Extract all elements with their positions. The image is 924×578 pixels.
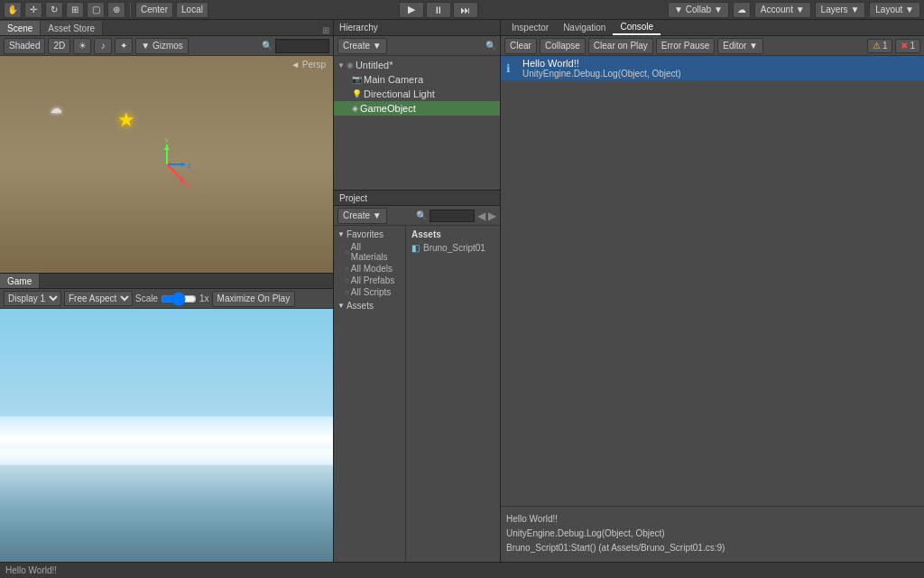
game-toolbar: Display 1 Free Aspect Scale 1x Maximize … <box>0 289 333 309</box>
scene-search-input[interactable] <box>275 39 329 53</box>
error-icon: ✖ <box>901 41 908 51</box>
hierarchy-content: ▼ ◉ Untitled* 📷 Main Camera 💡 Directiona… <box>334 56 500 117</box>
tab-navigation[interactable]: Navigation <box>556 21 613 35</box>
shaded-btn[interactable]: Shaded <box>4 38 45 54</box>
top-toolbar: ✋ ✛ ↻ ⊞ ▢ ⊛ Center Local ▶ ⏸ ⏭ ▼ Collab … <box>0 0 924 20</box>
layers-btn[interactable]: Layers ▼ <box>815 2 866 18</box>
console-log-item-0[interactable]: ℹ Hello World!! UnityEngine.Debug.Log(Ob… <box>501 56 924 80</box>
left-panels: Scene Asset Store ⊞ Shaded 2D ☀ ♪ ✦ ▼ Gi… <box>0 20 334 578</box>
favorites-arrow: ▼ <box>337 230 345 238</box>
main-area: Scene Asset Store ⊞ Shaded 2D ☀ ♪ ✦ ▼ Gi… <box>0 20 924 578</box>
scene-asset-tabs: Scene Asset Store ⊞ <box>0 20 333 36</box>
console-error-pause-btn[interactable]: Error Pause <box>656 38 715 54</box>
project-nav-fwd[interactable]: ▶ <box>488 210 496 222</box>
play-btn[interactable]: ▶ <box>399 2 424 18</box>
search-icon: 🔍 <box>262 41 273 51</box>
move-tool-btn[interactable]: ✛ <box>24 2 42 18</box>
fav-item-models[interactable]: ○ All Models <box>334 263 405 275</box>
maximize-on-play-btn[interactable]: Maximize On Play <box>212 291 296 307</box>
favorites-header: ▼ Favorites <box>334 228 405 241</box>
hand-tool-btn[interactable]: ✋ <box>4 2 22 18</box>
status-message: Hello World!! <box>5 565 57 575</box>
display-select[interactable]: Display 1 <box>4 291 61 306</box>
fav-item-prefabs[interactable]: ○ All Prefabs <box>334 275 405 286</box>
hierarchy-scene-root[interactable]: ▼ ◉ Untitled* <box>334 58 500 72</box>
project-search-icon: 🔍 <box>416 210 427 220</box>
console-log-text-line2: UnityEngine.Debug.Log(Object, Object) <box>522 69 681 79</box>
project-assets: Assets ◧ Bruno_Script01 <box>406 226 500 567</box>
assets-title: Assets <box>406 228 500 241</box>
right-panels: Inspector Navigation Console Clear Colla… <box>501 20 924 578</box>
console-error-btn[interactable]: ✖ 1 <box>895 39 920 53</box>
scale-slider[interactable] <box>161 294 197 304</box>
project-asset-item-script[interactable]: ◧ Bruno_Script01 <box>406 241 500 255</box>
console-detail-line3: Bruno_Script01:Start() (at Assets/Bruno_… <box>506 541 919 555</box>
hierarchy-title: Hierarchy <box>339 23 378 33</box>
scale-label: Scale <box>135 294 158 303</box>
scene-gizmos-btn[interactable]: ▼ Gizmos <box>135 38 189 54</box>
svg-text:Y: Y <box>164 137 170 144</box>
project-search-input[interactable] <box>430 210 475 222</box>
layout-btn[interactable]: Layout ▼ <box>869 2 920 18</box>
error-count: 1 <box>910 41 915 51</box>
account-btn[interactable]: Account ▼ <box>754 2 811 18</box>
tab-game[interactable]: Game <box>0 274 40 288</box>
console-clear-on-play-btn[interactable]: Clear on Play <box>588 38 653 54</box>
assets-arrow: ▼ <box>337 302 345 310</box>
tab-asset-store[interactable]: Asset Store <box>41 21 103 35</box>
effect-btn[interactable]: ✦ <box>115 38 133 54</box>
hierarchy-item-directional-light[interactable]: 💡 Directional Light <box>334 87 500 101</box>
console-collapse-btn[interactable]: Collapse <box>540 38 586 54</box>
hierarchy-create-btn[interactable]: Create ▼ <box>337 38 387 54</box>
svg-text:X: X <box>187 182 192 190</box>
2d-btn[interactable]: 2D <box>48 38 70 54</box>
scene-view: ☁ ★ ◄ Persp Z X Y <box>0 56 333 273</box>
pause-btn[interactable]: ⏸ <box>426 2 451 18</box>
cloud-btn[interactable]: ☁ <box>733 2 751 18</box>
svg-marker-5 <box>164 144 170 150</box>
right-toolbar: ▼ Collab ▼ ☁ Account ▼ Layers ▼ Layout ▼ <box>668 2 920 18</box>
game-view <box>0 309 333 578</box>
step-btn[interactable]: ⏭ <box>453 2 478 18</box>
scale-tool-btn[interactable]: ⊞ <box>66 2 84 18</box>
divider <box>130 3 131 17</box>
collab-btn[interactable]: ▼ Collab ▼ <box>668 2 729 18</box>
audio-btn[interactable]: ♪ <box>94 38 112 54</box>
gameobject-icon: ◈ <box>352 104 358 113</box>
script-icon: ◧ <box>411 243 420 253</box>
main-camera-label: Main Camera <box>364 74 423 85</box>
hierarchy-item-gameobject[interactable]: ◈ GameObject <box>334 101 500 116</box>
scene-toolbar: Shaded 2D ☀ ♪ ✦ ▼ Gizmos 🔍 <box>0 36 333 56</box>
tab-console[interactable]: Console <box>613 21 661 35</box>
light-btn[interactable]: ☀ <box>73 38 91 54</box>
console-toolbar: Clear Collapse Clear on Play Error Pause… <box>501 36 924 56</box>
rotate-tool-btn[interactable]: ↻ <box>45 2 63 18</box>
project-title: Project <box>339 193 367 203</box>
console-clear-btn[interactable]: Clear <box>504 38 537 54</box>
tab-scene[interactable]: Scene <box>0 21 41 35</box>
center-btn[interactable]: Center <box>135 2 173 18</box>
local-btn[interactable]: Local <box>176 2 208 18</box>
svg-text:Z: Z <box>187 162 191 170</box>
scene-arrow: ▼ <box>337 61 345 70</box>
playmode-controls: ▶ ⏸ ⏭ <box>211 2 665 18</box>
project-content: ▼ Favorites ○ All Materials ○ All Models… <box>334 226 500 567</box>
fav-circle-icon-4: ○ <box>345 288 349 296</box>
transform-tool-btn[interactable]: ⊛ <box>107 2 125 18</box>
fav-item-materials[interactable]: ○ All Materials <box>334 241 405 263</box>
project-header: Project <box>334 190 500 206</box>
scene-icon: ◉ <box>346 61 354 70</box>
scene-maximize-btn[interactable]: ⊞ <box>319 25 333 35</box>
assets-folder[interactable]: ▼ Assets <box>334 300 405 312</box>
console-warning-btn[interactable]: ⚠ 1 <box>867 39 893 53</box>
aspect-select[interactable]: Free Aspect <box>64 291 133 306</box>
console-editor-btn[interactable]: Editor ▼ <box>717 38 763 54</box>
fav-item-scripts[interactable]: ○ All Scripts <box>334 286 405 298</box>
hierarchy-search-icon: 🔍 <box>485 41 496 51</box>
tab-inspector[interactable]: Inspector <box>504 21 556 35</box>
rect-tool-btn[interactable]: ▢ <box>87 2 105 18</box>
hierarchy-item-main-camera[interactable]: 📷 Main Camera <box>334 72 500 87</box>
project-nav-back[interactable]: ◀ <box>477 210 485 222</box>
project-create-btn[interactable]: Create ▼ <box>337 208 387 224</box>
fav-circle-icon: ○ <box>345 248 349 256</box>
